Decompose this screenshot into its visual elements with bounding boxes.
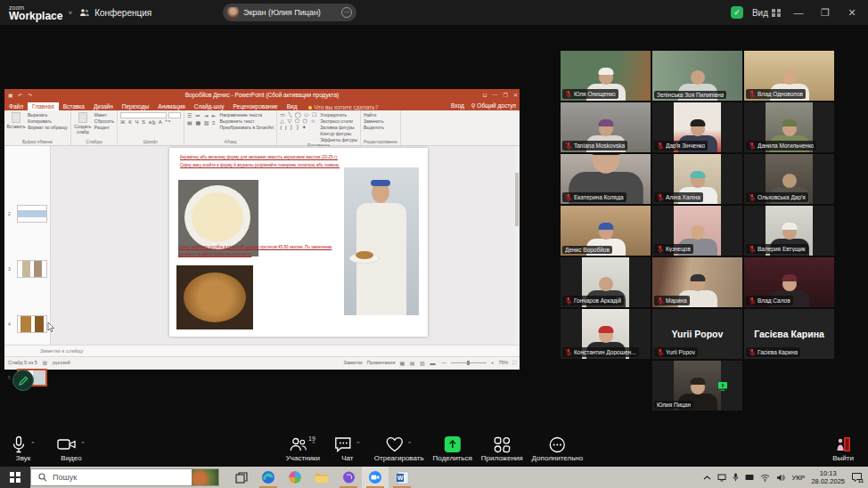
ppt-current-slide[interactable]: Керамічну або металеву форму для запікан… (169, 148, 428, 337)
ribbon-item-выровнять-текст[interactable]: Выровнять текст (220, 118, 274, 124)
tray-display-icon[interactable] (717, 474, 726, 482)
taskbar-clock[interactable]: 10:13 28.02.2025 (811, 469, 845, 486)
ribbon-item-упорядочить[interactable]: Упорядочить (320, 112, 357, 118)
ribbon-button-создать-слайд[interactable]: Создать слайд (74, 112, 92, 139)
ppt-sign-in-button[interactable]: Вход (451, 102, 464, 110)
chat-chevron-icon[interactable]: ⌃ (356, 441, 361, 448)
slide-thumbnail-2[interactable] (17, 205, 47, 223)
logo-chevron-down-icon[interactable]: ˅ (68, 9, 72, 17)
participant-tile-7[interactable]: Екатерина Коляда (561, 154, 651, 204)
notification-center-icon[interactable]: 11 (851, 472, 863, 483)
ppt-tab-файл[interactable]: Файл (4, 102, 28, 110)
taskbar-app-word-icon[interactable]: W (389, 467, 415, 488)
restore-button[interactable]: ❐ (816, 7, 834, 19)
participant-tile-4[interactable]: Taniana Moskovska (561, 102, 651, 152)
participant-tile-10[interactable]: Денис Воробйов (561, 206, 651, 256)
participant-tile-13[interactable]: Гончаров Аркадій (561, 257, 651, 307)
participant-tile-16[interactable]: Константин Дорошен... (561, 309, 651, 359)
taskbar-app-task-view-icon[interactable] (228, 467, 255, 488)
ribbon-item-заменить[interactable]: Заменить (364, 118, 384, 124)
ppt-view-buttons[interactable]: ▦ ▤ ▥ ▬ (399, 360, 437, 366)
ribbon-item-найти[interactable]: Найти (364, 112, 384, 118)
ppt-zoom-out-button[interactable]: — (441, 360, 446, 365)
tray-chevron-up-icon[interactable] (703, 475, 711, 481)
list-buttons[interactable]: ☰ ≔ ⇥ ⇤ (187, 112, 217, 118)
tray-wifi-icon[interactable] (760, 474, 770, 482)
slide-thumbnail-3[interactable] (17, 260, 47, 278)
toolbar-leave-button[interactable]: Выйти (825, 435, 861, 462)
toolbar-share-button[interactable]: Поделиться (433, 435, 472, 462)
slide-thumbnail-4[interactable] (17, 315, 47, 333)
ppt-notes-toggle[interactable]: Заметки (344, 360, 363, 365)
ribbon-item-экспресс-стили[interactable]: Экспресс-стили (320, 118, 357, 124)
toolbar-react-button[interactable]: ⌃Отреагировать (374, 435, 424, 462)
ppt-tab-вставка[interactable]: Вставка (59, 102, 89, 110)
ppt-tab-главная[interactable]: Главная (28, 102, 59, 110)
language-indicator[interactable]: УКР (791, 474, 805, 482)
ppt-language[interactable]: русский (53, 360, 70, 365)
font-style-buttons[interactable]: Ж К Ч S ab̲ A ᴬᵃ (120, 119, 181, 125)
share-options-ellipsis-icon[interactable]: ⋯ (341, 7, 352, 18)
participant-tile-15[interactable]: Влад Салов (744, 257, 834, 307)
taskbar-app-zoom-icon[interactable] (362, 467, 389, 488)
toolbar-audio-button[interactable]: ⌃Звук (5, 435, 41, 462)
shared-screen-pill[interactable]: Экран (Юлия Пицан) ⋯ (223, 4, 356, 21)
view-button[interactable]: Вид (752, 8, 781, 18)
ribbon-item-выделить[interactable]: Выделить (364, 125, 384, 130)
ppt-share-button[interactable]: ⚲ Общий доступ (471, 102, 516, 110)
ppt-vertical-scrollbar[interactable] (514, 146, 520, 345)
ppt-tab-слайд-шоу[interactable]: Слайд-шоу (190, 102, 229, 110)
start-button[interactable] (0, 467, 30, 488)
ppt-zoom-level[interactable]: 75% (498, 360, 508, 365)
toolbar-video-button[interactable]: ⌃Видео (53, 435, 89, 462)
close-button[interactable]: ✕ (843, 7, 861, 19)
ppt-zoom-in-button[interactable]: + (491, 360, 494, 365)
ppt-tell-me[interactable]: Что вы хотите сделать? (308, 104, 378, 110)
font-size-box[interactable] (168, 112, 181, 118)
ribbon-item-сбросить[interactable]: Сбросить (94, 118, 114, 124)
toolbar-more-button[interactable]: Дополнительно (532, 435, 584, 462)
participant-tile-11[interactable]: Кузнецов (652, 206, 742, 256)
participant-tile-3[interactable]: Влад Одноволов (744, 51, 834, 101)
ppt-tab-переходы[interactable]: Переходы (118, 102, 154, 110)
security-shield-icon[interactable]: ✓ (731, 6, 743, 19)
participant-tile-18[interactable]: Гасієва КаринаГасієва Карина (744, 309, 834, 359)
participant-tile-1[interactable]: Юля Онищенко (561, 51, 651, 101)
ribbon-button-вставить[interactable]: Вставить (7, 112, 25, 139)
annotate-pencil-button[interactable] (12, 370, 34, 391)
ppt-tab-дизайн[interactable]: Дизайн (89, 102, 118, 110)
ppt-tab-рецензирование[interactable]: Рецензирование (228, 102, 282, 110)
participant-tile-19[interactable]: Юлия Пицан (652, 361, 742, 411)
participant-tile-2[interactable]: Зелінська Зоя Пилипівна (652, 51, 742, 101)
ppt-minimize-button[interactable]: — (493, 92, 498, 98)
font-name-box[interactable] (120, 112, 167, 118)
taskbar-search-input[interactable]: Пошук (30, 468, 219, 486)
taskbar-app-explorer-icon[interactable] (308, 467, 335, 488)
ppt-notes-bar[interactable]: Заметки к слайду (4, 345, 520, 356)
toolbar-participants-button[interactable]: ⌃19Участники (285, 435, 321, 462)
participant-tile-14[interactable]: Марина (652, 257, 742, 307)
ribbon-item-формат-по-образцу[interactable]: Формат по образцу (28, 125, 68, 130)
ribbon-item-копировать[interactable]: Копировать (28, 118, 68, 124)
taskbar-app-edge-icon[interactable] (255, 467, 282, 488)
search-highlight-image[interactable] (192, 469, 218, 485)
ppt-zoom-slider[interactable] (451, 362, 487, 363)
ribbon-item-контур-фигуры[interactable]: Контур фигуры (320, 131, 357, 136)
taskbar-app-viber-icon[interactable] (335, 467, 362, 488)
audio-chevron-icon[interactable]: ⌃ (30, 441, 36, 448)
ribbon-item-преобразовать-в-smartart[interactable]: Преобразовать в SmartArt (220, 125, 274, 130)
ppt-tab-вид[interactable]: Вид (283, 102, 302, 110)
participant-tile-12[interactable]: Валерия Евтущик (744, 206, 834, 256)
video-chevron-icon[interactable]: ⌃ (80, 441, 86, 448)
ribbon-item-заливка-фигуры[interactable]: Заливка фигуры (320, 125, 357, 130)
react-chevron-icon[interactable]: ⌃ (407, 441, 413, 448)
toolbar-chat-button[interactable]: ⌃Чат (330, 435, 365, 462)
ppt-fit-window-icon[interactable]: ⛶ (512, 360, 516, 366)
participant-tile-17[interactable]: Yurii PopovYurii Popov (652, 309, 742, 359)
participant-tile-8[interactable]: Аліна Халіна (652, 154, 742, 204)
shapes-gallery[interactable]: ▭ ╲ ◯ ⬭ ☐△ ▽ ⬠ ⬡ ☆{ } ⟦ ⟧ ✦ (280, 112, 317, 131)
ppt-comments-toggle[interactable]: Примечания (367, 360, 396, 365)
ribbon-item-вырезать[interactable]: Вырезать (28, 112, 68, 118)
ribbon-item-макет[interactable]: Макет (94, 112, 114, 118)
participant-tile-5[interactable]: Дар'я Зінченко (652, 102, 742, 152)
